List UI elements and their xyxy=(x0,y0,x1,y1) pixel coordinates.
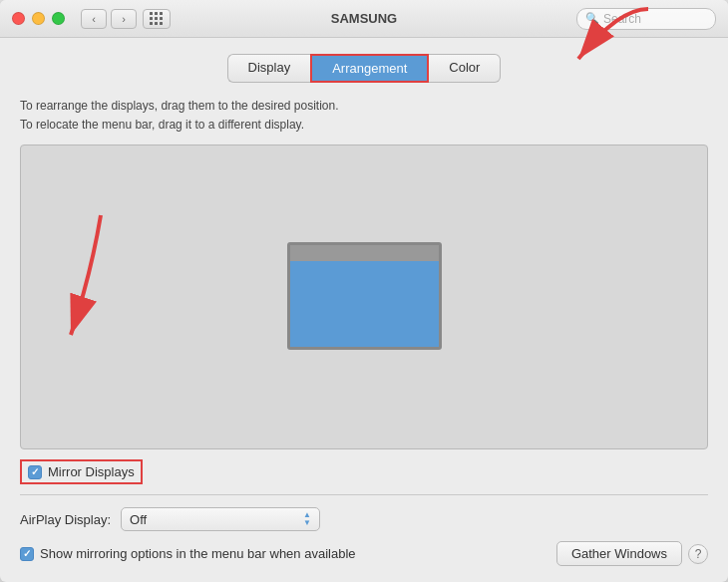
airplay-row: AirPlay Display: Off ▲▼ xyxy=(20,507,708,531)
mirror-displays-checkbox-area: ✓ Mirror Displays xyxy=(20,459,143,484)
airplay-label: AirPlay Display: xyxy=(20,512,111,527)
close-button[interactable] xyxy=(12,12,25,25)
content-area: Display Arrangement Color xyxy=(0,38,728,582)
tab-arrangement[interactable]: Arrangement xyxy=(310,54,429,83)
show-mirror-label: Show mirroring options in the menu bar w… xyxy=(40,546,356,561)
search-icon: 🔍 xyxy=(585,12,599,25)
search-box[interactable]: 🔍 Search xyxy=(576,8,716,30)
grid-icon xyxy=(150,12,164,26)
forward-button[interactable]: › xyxy=(111,9,137,29)
grid-view-button[interactable] xyxy=(143,9,171,29)
mirror-displays-label: Mirror Displays xyxy=(48,464,135,479)
svg-rect-4 xyxy=(290,261,439,347)
monitor-icon xyxy=(287,242,442,353)
minimize-button[interactable] xyxy=(32,12,45,25)
checkmark-icon2: ✓ xyxy=(23,548,31,559)
tabs-container: Display Arrangement Color xyxy=(20,54,708,97)
description: To rearrange the displays, drag them to … xyxy=(20,97,708,135)
search-placeholder: Search xyxy=(603,12,641,26)
display-area xyxy=(20,145,708,449)
mirror-arrow xyxy=(51,205,151,345)
window-title: SAMSUNG xyxy=(331,11,397,26)
titlebar: ‹ › SAMSUNG 🔍 Search xyxy=(0,0,728,38)
traffic-lights xyxy=(12,12,65,25)
airplay-select[interactable]: Off ▲▼ xyxy=(121,507,320,531)
window: ‹ › SAMSUNG 🔍 Search Display xyxy=(0,0,728,582)
forward-icon: › xyxy=(122,13,126,25)
back-button[interactable]: ‹ xyxy=(81,9,107,29)
help-icon: ? xyxy=(695,547,702,561)
description-line1: To rearrange the displays, drag them to … xyxy=(20,97,708,116)
nav-buttons: ‹ › xyxy=(81,9,137,29)
show-mirror-row: ✓ Show mirroring options in the menu bar… xyxy=(20,541,708,566)
maximize-button[interactable] xyxy=(52,12,65,25)
tab-color[interactable]: Color xyxy=(429,54,501,83)
tabs-row: Display Arrangement Color xyxy=(20,54,708,83)
gather-windows-button[interactable]: Gather Windows xyxy=(556,541,682,566)
help-button[interactable]: ? xyxy=(688,544,708,564)
mirror-displays-row: ✓ Mirror Displays xyxy=(20,459,708,484)
checkmark-icon: ✓ xyxy=(31,466,39,477)
select-arrows-icon: ▲▼ xyxy=(303,511,311,527)
airplay-value: Off xyxy=(130,512,147,527)
mirror-displays-checkbox[interactable]: ✓ xyxy=(28,465,42,479)
back-icon: ‹ xyxy=(92,13,96,25)
svg-rect-3 xyxy=(290,245,439,261)
show-mirror-checkbox[interactable]: ✓ xyxy=(20,547,34,561)
show-mirror-left: ✓ Show mirroring options in the menu bar… xyxy=(20,546,356,561)
tab-display[interactable]: Display xyxy=(227,54,311,83)
bottom-section: AirPlay Display: Off ▲▼ ✓ Show mirroring… xyxy=(20,494,708,566)
description-line2: To relocate the menu bar, drag it to a d… xyxy=(20,116,708,135)
